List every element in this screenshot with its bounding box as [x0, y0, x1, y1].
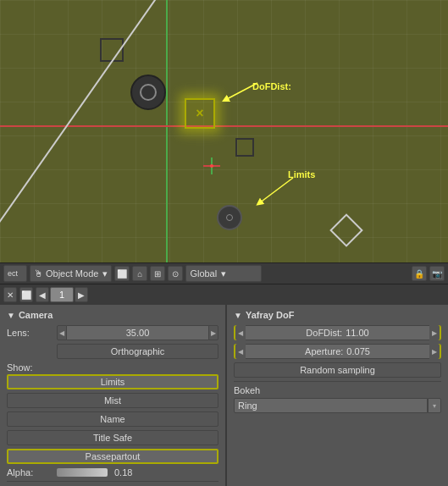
name-label: Name [100, 414, 124, 424]
yafray-dofdist-row: ◀ DoFDist: 11.00 ▶ [234, 325, 441, 340]
yafray-aperture-row: ◀ Aperture: 0.075 ▶ [234, 344, 441, 359]
lens-row: Lens: ◀ 35.00 ▶ [7, 325, 218, 340]
toolbar-icon-widget[interactable]: ⊙ [168, 266, 183, 281]
yafray-panel-header: ▼ Yafray DoF [234, 310, 441, 320]
alpha-value: 0.18 [114, 467, 132, 478]
mode-label: Object Mode [46, 268, 98, 279]
svg-line-0 [225, 83, 257, 100]
aperture-label-value: Aperture: 0.075 [246, 344, 429, 359]
passepartout-button[interactable]: Passepartout [7, 449, 218, 464]
panel-camera: ▼ Camera Lens: ◀ 35.00 ▶ Orthographic Sh… [0, 305, 227, 486]
toolbar-icon-grid[interactable]: ⊞ [150, 266, 165, 281]
titlesafe-button[interactable]: Title Safe [7, 430, 218, 445]
mouse-icon: 🖱 [34, 268, 43, 279]
toolbar-icon-render[interactable]: 📷 [429, 266, 445, 281]
coord-label: Global [190, 268, 217, 279]
toolbar-icon-mesh[interactable]: ⬜ [114, 266, 130, 281]
limits-arrow [251, 176, 301, 210]
mist-row: Mist [7, 393, 218, 408]
dof-arrow [217, 81, 259, 107]
toolbar-mode-dropdown[interactable]: 🖱 Object Mode ▾ [30, 265, 112, 282]
lens-label: Lens: [7, 328, 53, 338]
toolbar-select-indicator[interactable]: ect [3, 265, 27, 282]
ortho-row: Orthographic [7, 344, 218, 359]
yafray-panel-title: Yafray DoF [246, 310, 294, 320]
toolbar-coordinate-dropdown[interactable]: Global ▾ [185, 265, 262, 282]
show-label: Show: [7, 362, 218, 373]
small-square-midright [235, 138, 254, 157]
alpha-slider[interactable] [57, 468, 108, 477]
camera-bottom-icon [217, 205, 242, 230]
aperture-value: 0.075 [346, 346, 370, 356]
camera-panel-title: Camera [19, 310, 53, 320]
toolbar-icon-home[interactable]: ⌂ [132, 266, 147, 281]
layer-prev-button[interactable]: ◀ [36, 287, 49, 302]
aperture-decrement[interactable]: ◀ [235, 344, 246, 359]
random-label: Random sampling [300, 365, 375, 375]
mode-dropdown-arrow: ▾ [102, 268, 108, 279]
bokeh-section-label: Bokeh [234, 385, 441, 395]
passepartout-row: Passepartout [7, 449, 218, 464]
random-row: Random sampling [234, 362, 441, 378]
ortho-label: Orthographic [111, 346, 165, 356]
toolbar-icon-lock[interactable]: 🔒 [412, 266, 427, 281]
camera-dot [226, 214, 233, 221]
bokeh-value: Ring [234, 398, 428, 413]
bokeh-row: Ring ▾ [234, 398, 441, 413]
dofdist-value: 11.00 [346, 328, 369, 338]
camera-panel-header: ▼ Camera [7, 310, 218, 320]
yafray-aperture-field[interactable]: ◀ Aperture: 0.075 ▶ [234, 344, 441, 359]
mist-label: Mist [104, 395, 121, 406]
dofdist-label: DoFDist: [306, 328, 342, 338]
yafray-divider [234, 381, 441, 382]
titlesafe-row: Title Safe [7, 430, 218, 445]
lens-field[interactable]: ◀ 35.00 ▶ [57, 325, 218, 340]
properties-area: ▼ Camera Lens: ◀ 35.00 ▶ Orthographic Sh… [0, 305, 448, 486]
dofdist-label-value: DoFDist: 11.00 [246, 325, 429, 340]
alpha-row: Alpha: 0.18 [7, 467, 218, 478]
dofdist-increment[interactable]: ▶ [429, 325, 440, 340]
camera-object [130, 75, 166, 110]
lens-decrement[interactable]: ◀ [57, 325, 67, 340]
crosshair [203, 157, 220, 174]
toolbar2-icon2[interactable]: ⬜ [19, 287, 33, 302]
toolbar-secondary: ✕ ⬜ ◀ 1 ▶ [0, 284, 448, 305]
toolbar2-icon1[interactable]: ✕ [3, 287, 17, 302]
camera-panel-collapse-icon[interactable]: ▼ [7, 311, 15, 320]
bokeh-dropdown-arrow[interactable]: ▾ [428, 398, 441, 413]
camera-lens [140, 84, 157, 101]
passepartout-label: Passepartout [86, 451, 141, 461]
green-line [166, 0, 168, 262]
limits-row: Limits [7, 374, 218, 389]
toolbar-main: ect 🖱 Object Mode ▾ ⬜ ⌂ ⊞ ⊙ Global ▾ 🔒 📷 [0, 262, 448, 284]
limits-label: Limits [101, 377, 125, 387]
ortho-button[interactable]: Orthographic [57, 344, 218, 359]
yafray-dofdist-field[interactable]: ◀ DoFDist: 11.00 ▶ [234, 325, 441, 340]
svg-line-1 [259, 178, 293, 203]
lens-value[interactable]: 35.00 [67, 325, 208, 340]
aperture-label: Aperture: [305, 346, 343, 356]
coord-dropdown-arrow: ▾ [221, 268, 226, 279]
divider1 [7, 481, 218, 482]
yafray-panel-collapse-icon[interactable]: ▼ [234, 311, 242, 320]
name-row: Name [7, 411, 218, 427]
limits-button[interactable]: Limits [7, 374, 218, 389]
mist-button[interactable]: Mist [7, 393, 218, 408]
layer-next-button[interactable]: ▶ [75, 287, 88, 302]
aperture-increment[interactable]: ▶ [429, 344, 440, 359]
name-button[interactable]: Name [7, 411, 218, 427]
dof-x-marker: × [186, 100, 213, 127]
crosshair-dot [210, 164, 213, 168]
alpha-label: Alpha: [7, 467, 53, 478]
lens-increment[interactable]: ▶ [208, 325, 218, 340]
layer-number: 1 [50, 287, 74, 302]
dof-focus-square: × [185, 98, 215, 129]
random-sampling-button[interactable]: Random sampling [234, 362, 441, 378]
titlesafe-label: Title Safe [93, 433, 132, 443]
panel-yafray: ▼ Yafray DoF ◀ DoFDist: 11.00 ▶ ◀ Apertu… [227, 305, 448, 486]
dofdist-decrement[interactable]: ◀ [235, 325, 246, 340]
layer-nav: ◀ 1 ▶ [36, 287, 88, 302]
viewport[interactable]: × DoFDist: Limits [0, 0, 448, 262]
bokeh-dropdown[interactable]: Ring ▾ [234, 398, 441, 413]
